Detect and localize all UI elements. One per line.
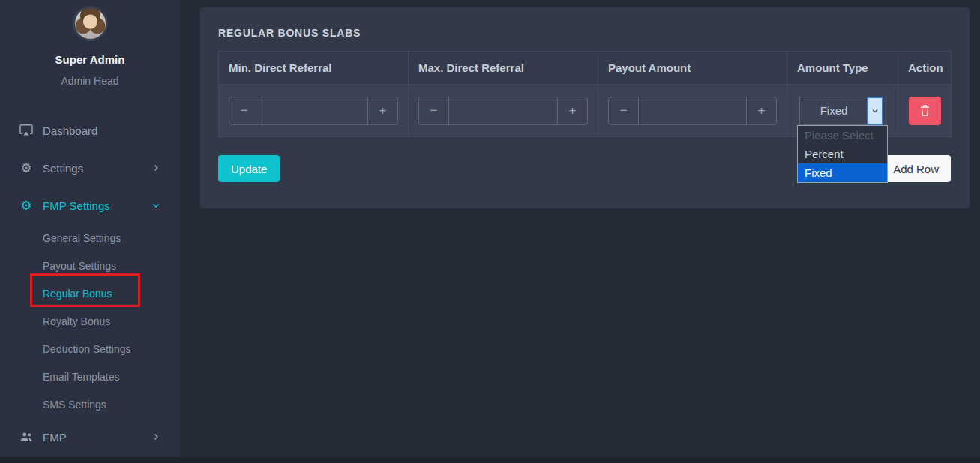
amount-type-dropdown: Please Select Percent Fixed <box>797 125 888 183</box>
sidebar-item-payout-settings[interactable]: Payout Settings <box>0 252 180 279</box>
panel-title: REGULAR BONUS SLABS <box>218 27 952 39</box>
monitor-icon <box>19 124 33 136</box>
chevron-right-icon <box>151 432 160 441</box>
sidebar-item-email-templates[interactable]: Email Templates <box>0 363 180 390</box>
dropdown-option-fixed[interactable]: Fixed <box>798 163 887 182</box>
sidebar-item-label: FMP <box>43 431 151 444</box>
column-header-min-direct-referral: Min. Direct Referral <box>219 52 409 85</box>
chevron-down-icon <box>151 201 160 210</box>
minus-button[interactable]: − <box>229 97 259 125</box>
profile-section: Super Admin Admin Head <box>0 0 180 87</box>
update-button[interactable]: Update <box>218 155 280 182</box>
select-arrow-button[interactable] <box>867 97 883 125</box>
payout-amount-input[interactable] <box>639 97 746 125</box>
sidebar: Super Admin Admin Head Dashboard ⚙ Setti… <box>0 0 180 457</box>
dropdown-option-please-select[interactable]: Please Select <box>798 126 887 145</box>
sidebar-item-regular-bonus[interactable]: Regular Bonus <box>0 279 180 307</box>
plus-button[interactable]: + <box>557 97 588 125</box>
max-direct-referral-stepper: − + <box>418 97 588 125</box>
sidebar-item-label: Settings <box>43 162 151 175</box>
sidebar-item-general-settings[interactable]: General Settings <box>0 224 180 252</box>
bonus-slabs-table: Min. Direct Referral Max. Direct Referra… <box>218 51 952 137</box>
column-header-payout-amount: Payout Amount <box>598 52 787 85</box>
minus-button[interactable]: − <box>418 97 449 125</box>
chevron-right-icon <box>151 163 160 172</box>
users-icon <box>19 432 33 442</box>
fmp-settings-submenu: General Settings Payout Settings Regular… <box>0 224 180 418</box>
sidebar-item-label: FMP Settings <box>43 199 151 212</box>
sidebar-item-royalty-bonus[interactable]: Royalty Bonus <box>0 307 180 335</box>
max-direct-referral-input[interactable] <box>449 97 557 125</box>
amount-type-select-wrap: Fixed Please Select Percent Fixed <box>799 97 883 125</box>
dropdown-option-percent[interactable]: Percent <box>798 145 887 163</box>
amount-type-select[interactable]: Fixed <box>799 97 883 125</box>
trash-icon <box>919 104 931 117</box>
min-direct-referral-stepper: − + <box>229 97 398 125</box>
add-row-button[interactable]: Add Row <box>881 155 951 182</box>
min-direct-referral-input[interactable] <box>259 97 367 125</box>
sidebar-item-sms-settings[interactable]: SMS Settings <box>0 390 180 418</box>
minus-button[interactable]: − <box>608 97 639 125</box>
payout-amount-stepper: − + <box>608 97 777 125</box>
column-header-max-direct-referral: Max. Direct Referral <box>409 52 598 85</box>
chevron-down-icon <box>871 107 879 115</box>
column-header-action: Action <box>898 52 952 85</box>
sidebar-menu: Dashboard ⚙ Settings ⚙ FMP Settings Gene… <box>0 112 180 456</box>
sidebar-item-dashboard[interactable]: Dashboard <box>0 112 180 149</box>
table-header-row: Min. Direct Referral Max. Direct Referra… <box>219 52 952 85</box>
sidebar-item-label: Dashboard <box>43 124 160 137</box>
amount-type-selected-value: Fixed <box>800 97 868 124</box>
plus-button[interactable]: + <box>367 97 398 125</box>
gear-icon: ⚙ <box>19 162 33 175</box>
sidebar-item-fmp-settings[interactable]: ⚙ FMP Settings <box>0 187 180 224</box>
gear-icon: ⚙ <box>19 199 33 212</box>
regular-bonus-panel: REGULAR BONUS SLABS Min. Direct Referral… <box>200 7 970 208</box>
delete-row-button[interactable] <box>909 97 941 125</box>
sidebar-item-settings[interactable]: ⚙ Settings <box>0 149 180 187</box>
column-header-amount-type: Amount Type <box>787 52 898 85</box>
plus-button[interactable]: + <box>746 97 777 125</box>
app-root: Super Admin Admin Head Dashboard ⚙ Setti… <box>0 0 980 457</box>
table-row: − + − + <box>219 85 952 137</box>
sidebar-item-fmp[interactable]: FMP <box>0 418 180 456</box>
profile-role: Admin Head <box>0 75 180 87</box>
main-content: REGULAR BONUS SLABS Min. Direct Referral… <box>180 0 980 457</box>
sidebar-item-deduction-settings[interactable]: Deduction Settings <box>0 335 180 363</box>
profile-name: Super Admin <box>0 53 180 66</box>
avatar <box>73 6 108 41</box>
